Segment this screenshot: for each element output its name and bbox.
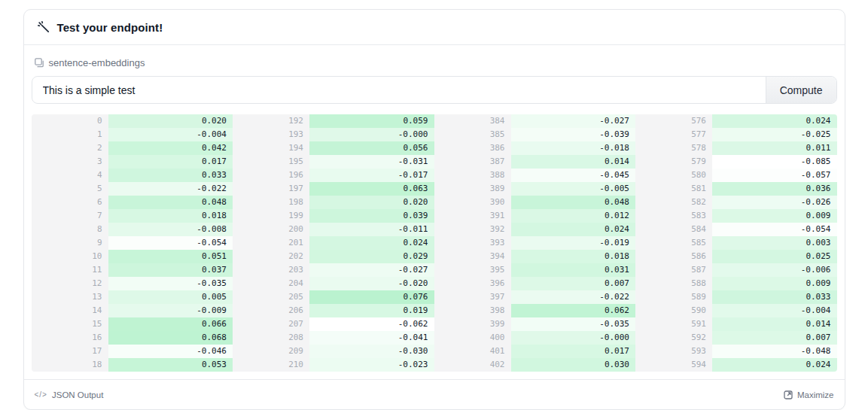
compute-button[interactable]: Compute: [766, 77, 836, 103]
embedding-value: -0.009: [108, 304, 233, 317]
embedding-row: 20.042: [32, 141, 233, 155]
embedding-value: 0.068: [108, 331, 233, 345]
embedding-index: 14: [32, 304, 108, 317]
embedding-row: 193-0.000: [233, 128, 434, 141]
embedding-value: 0.009: [712, 209, 837, 223]
embedding-row: 110.037: [32, 263, 233, 277]
embedding-index: 203: [233, 263, 309, 277]
embedding-index: 201: [233, 236, 309, 250]
embedding-value: -0.027: [511, 114, 636, 128]
maximize-label: Maximize: [797, 390, 834, 399]
embedding-value: 0.042: [108, 141, 233, 155]
embedding-value: -0.057: [712, 169, 837, 182]
embedding-row: 579-0.085: [635, 155, 837, 169]
embedding-value: -0.027: [309, 263, 434, 277]
embedding-row: 5810.036: [635, 182, 837, 196]
embedding-row: 9-0.054: [32, 236, 233, 250]
embedding-index: 401: [434, 345, 511, 358]
embedding-index: 576: [635, 114, 712, 128]
embedding-value: 0.024: [511, 223, 636, 236]
embedding-index: 0: [32, 114, 108, 128]
embedding-row: 3910.012: [434, 209, 636, 223]
embedding-value: 0.014: [511, 155, 636, 169]
embedding-value: -0.085: [712, 155, 837, 169]
endpoint-test-widget: Test your endpoint! sentence-embeddings …: [23, 9, 845, 410]
embedding-row: 1980.020: [233, 196, 434, 209]
embedding-index: 198: [233, 196, 309, 209]
json-output-button[interactable]: </> JSON Output: [35, 390, 104, 399]
embedding-row: 3960.007: [434, 277, 636, 290]
embedding-index: 17: [32, 345, 108, 358]
embedding-row: 3950.031: [434, 263, 636, 277]
embedding-index: 3: [32, 155, 108, 169]
embedding-value: 0.031: [511, 263, 636, 277]
embedding-row: 1970.063: [233, 182, 434, 196]
embedding-value: 0.007: [712, 331, 837, 345]
embedding-value: -0.000: [309, 128, 434, 141]
embedding-value: -0.004: [108, 128, 233, 141]
embedding-value: 0.014: [712, 317, 837, 331]
embedding-index: 194: [233, 141, 309, 155]
embedding-value: 0.003: [712, 236, 837, 250]
maximize-button[interactable]: Maximize: [784, 390, 834, 399]
embedding-value: -0.041: [309, 331, 434, 345]
widget-footer: </> JSON Output Maximize: [24, 379, 845, 409]
embedding-row: 207-0.062: [233, 317, 434, 331]
embedding-row: 17-0.046: [32, 345, 233, 358]
embedding-value: 0.025: [712, 250, 837, 263]
embedding-value: 0.048: [511, 196, 636, 209]
embeddings-table[interactable]: 00.0201-0.00420.04230.01740.0335-0.02260…: [32, 114, 837, 372]
embedding-row: 203-0.027: [233, 263, 434, 277]
embedding-value: 0.007: [511, 277, 636, 290]
embedding-row: 200-0.011: [233, 223, 434, 236]
embedding-column-group: 5760.024577-0.0255780.011579-0.085580-0.…: [635, 114, 837, 372]
embedding-row: 160.068: [32, 331, 233, 345]
embedding-row: 70.018: [32, 209, 233, 223]
embedding-row: 399-0.035: [434, 317, 636, 331]
embedding-value: 0.036: [712, 182, 837, 196]
embedding-value: -0.054: [108, 236, 233, 250]
embedding-index: 11: [32, 263, 108, 277]
embedding-row: 580-0.057: [635, 169, 837, 182]
embedding-value: 0.011: [712, 141, 837, 155]
embedding-index: 385: [434, 128, 511, 141]
embedding-row: 00.020: [32, 114, 233, 128]
embedding-value: -0.035: [511, 317, 636, 331]
embedding-value: 0.033: [108, 169, 233, 182]
embedding-index: 395: [434, 263, 511, 277]
embedding-row: 3920.024: [434, 223, 636, 236]
embedding-index: 387: [434, 155, 511, 169]
query-input[interactable]: [32, 77, 766, 103]
embedding-value: -0.035: [108, 277, 233, 290]
json-output-label: JSON Output: [52, 390, 103, 399]
embedding-value: -0.026: [712, 196, 837, 209]
embedding-value: 0.066: [108, 317, 233, 331]
embedding-index: 585: [635, 236, 712, 250]
embedding-index: 402: [434, 358, 511, 372]
embedding-row: 5920.007: [635, 331, 837, 345]
embedding-row: 385-0.039: [434, 128, 636, 141]
embedding-index: 210: [233, 358, 309, 372]
embedding-row: 12-0.035: [32, 277, 233, 290]
embedding-value: 0.062: [511, 304, 636, 317]
embedding-value: 0.024: [712, 114, 837, 128]
magic-wand-icon: [38, 21, 50, 33]
widget-header: Test your endpoint!: [24, 10, 845, 44]
embedding-index: 394: [434, 250, 511, 263]
task-label: sentence-embeddings: [49, 57, 145, 68]
embedding-row: 582-0.026: [635, 196, 837, 209]
embedding-value: 0.020: [309, 196, 434, 209]
embedding-row: 386-0.018: [434, 141, 636, 155]
embedding-row: 5880.009: [635, 277, 837, 290]
embedding-row: 210-0.023: [233, 358, 434, 372]
embedding-index: 200: [233, 223, 309, 236]
embedding-value: -0.023: [309, 358, 434, 372]
embedding-value: 0.024: [712, 358, 837, 372]
embedding-value: 0.020: [108, 114, 233, 128]
embedding-value: -0.025: [712, 128, 837, 141]
embedding-row: 2020.029: [233, 250, 434, 263]
embedding-value: -0.054: [712, 223, 837, 236]
embedding-index: 18: [32, 358, 108, 372]
embedding-value: 0.048: [108, 196, 233, 209]
embedding-row: 130.005: [32, 290, 233, 304]
